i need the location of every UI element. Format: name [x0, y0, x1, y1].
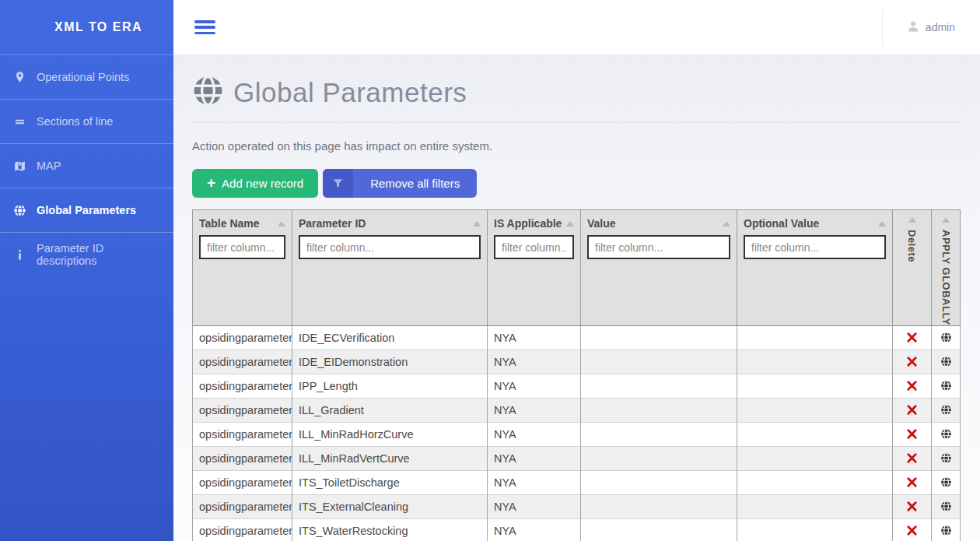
cell-is-applicable: NYA — [488, 422, 581, 446]
column-header-apply-globally[interactable]: APPLY GLOBALLY — [932, 210, 961, 326]
sidebar-item-label: Sections of line — [37, 115, 113, 128]
table-row: opsidingparameterILL_GradientNYA — [193, 398, 961, 422]
cell-parameter-id: IDE_ECVerification — [292, 325, 488, 350]
cell-table-name: opsidingparameter — [193, 350, 292, 374]
apply-globally-button[interactable] — [938, 523, 954, 539]
sort-arrow-icon — [878, 221, 886, 227]
table-body: opsidingparameterIDE_ECVerificationNYAop… — [193, 325, 961, 541]
cell-apply-globally — [932, 518, 961, 541]
column-label: IS Applicable — [494, 217, 562, 230]
cell-apply-globally — [932, 422, 961, 446]
cell-delete — [893, 374, 932, 398]
sort-arrow-icon — [278, 221, 285, 227]
delete-button[interactable] — [905, 475, 919, 490]
cell-is-applicable: NYA — [488, 446, 581, 470]
apply-globally-button[interactable] — [938, 427, 954, 442]
column-header-table-name[interactable]: Table Name — [193, 210, 292, 326]
cell-value — [581, 325, 737, 350]
delete-button[interactable] — [905, 378, 919, 393]
cell-optional-value — [737, 325, 893, 350]
delete-button[interactable] — [905, 427, 919, 441]
delete-button[interactable] — [905, 451, 919, 465]
column-header-value[interactable]: Value — [581, 210, 737, 326]
cell-table-name: opsidingparameter — [193, 518, 292, 541]
sidebar-item-sections-of-line[interactable]: Sections of line — [0, 99, 173, 143]
table-row: opsidingparameterILL_MinRadVertCurveNYA — [193, 446, 961, 470]
cell-is-applicable: NYA — [488, 374, 581, 398]
sort-arrow-icon — [723, 221, 730, 227]
cell-table-name: opsidingparameter — [193, 325, 292, 350]
filter-funnel-icon — [323, 169, 353, 198]
cell-parameter-id: ILL_MinRadHorzCurve — [292, 422, 488, 446]
cell-table-name: opsidingparameter — [193, 470, 292, 494]
cell-is-applicable: NYA — [488, 350, 581, 374]
delete-button[interactable] — [905, 523, 919, 538]
sidebar-item-label: Operational Points — [37, 71, 129, 83]
cell-apply-globally — [932, 446, 961, 470]
cell-value — [581, 374, 737, 398]
add-new-record-button[interactable]: + Add new record — [192, 169, 318, 198]
filter-input-parameter-id[interactable] — [299, 235, 481, 259]
cell-optional-value — [737, 374, 893, 398]
apply-globally-button[interactable] — [938, 499, 954, 515]
column-header-optional-value[interactable]: Optional Value — [737, 210, 893, 326]
user-menu[interactable]: admin — [906, 19, 966, 36]
sidebar-item-label: Global Parameters — [37, 204, 136, 216]
sidebar-item-global-parameters[interactable]: Global Parameters — [0, 188, 173, 232]
cell-table-name: opsidingparameter — [193, 398, 292, 422]
cell-apply-globally — [932, 350, 961, 374]
menu-toggle-button[interactable] — [194, 20, 215, 34]
apply-globally-button[interactable] — [938, 378, 954, 394]
delete-button[interactable] — [905, 330, 919, 345]
apply-globally-button[interactable] — [938, 330, 954, 346]
table-row: opsidingparameterIDE_EIDemonstrationNYA — [193, 350, 961, 374]
cell-apply-globally — [932, 325, 961, 350]
cell-is-applicable: NYA — [488, 494, 581, 518]
cell-parameter-id: IDE_EIDemonstration — [292, 350, 488, 374]
cell-is-applicable: NYA — [488, 518, 581, 541]
cell-delete — [893, 470, 932, 494]
header-divider — [192, 122, 961, 123]
sidebar-item-operational-points[interactable]: Operational Points — [0, 54, 173, 99]
sidebar-item-parameter-id-descriptions[interactable]: Parameter ID descriptions — [0, 232, 173, 276]
app-window: XML TO ERA Operational PointsSections of… — [0, 0, 980, 541]
apply-globally-button[interactable] — [938, 402, 954, 418]
filter-input-value[interactable] — [587, 235, 730, 259]
cell-optional-value — [737, 446, 893, 470]
user-icon — [906, 19, 920, 36]
map-pin-icon — [12, 70, 26, 84]
cell-delete — [893, 518, 932, 541]
table-row: opsidingparameterILL_MinRadHorzCurveNYA — [193, 422, 961, 446]
table-row: opsidingparameterIPP_LengthNYA — [193, 374, 961, 398]
sidebar-item-map[interactable]: MAP — [0, 143, 173, 188]
delete-button[interactable] — [905, 354, 919, 369]
column-header-delete[interactable]: Delete — [893, 210, 932, 326]
cell-delete — [893, 325, 932, 350]
apply-globally-button[interactable] — [938, 475, 954, 490]
column-label: Optional Value — [744, 217, 819, 230]
delete-button[interactable] — [905, 499, 919, 514]
apply-globally-button[interactable] — [938, 451, 954, 466]
delete-button[interactable] — [905, 402, 919, 417]
cell-is-applicable: NYA — [488, 398, 581, 422]
cell-optional-value — [737, 494, 893, 518]
cell-value — [581, 350, 737, 374]
cell-parameter-id: ILL_Gradient — [292, 398, 488, 422]
column-header-parameter-id[interactable]: Parameter ID — [292, 210, 488, 326]
filter-input-is-applicable[interactable] — [494, 235, 574, 259]
cell-parameter-id: ITS_ToiletDischarge — [292, 470, 488, 494]
cell-optional-value — [737, 422, 893, 446]
cell-value — [581, 494, 737, 518]
app-logo-title: XML TO ERA — [0, 0, 173, 54]
column-header-is-applicable[interactable]: IS Applicable — [488, 210, 581, 326]
filter-input-optional-value[interactable] — [744, 235, 886, 259]
sort-arrow-icon — [473, 221, 481, 227]
cell-apply-globally — [932, 494, 961, 518]
cell-value — [581, 446, 737, 470]
apply-globally-button[interactable] — [938, 354, 954, 370]
cell-is-applicable: NYA — [488, 470, 581, 494]
remove-all-filters-button[interactable]: Remove all filters — [323, 169, 477, 198]
filter-input-table-name[interactable] — [199, 235, 285, 259]
column-label: Delete — [906, 230, 918, 262]
column-label: Parameter ID — [299, 217, 366, 230]
